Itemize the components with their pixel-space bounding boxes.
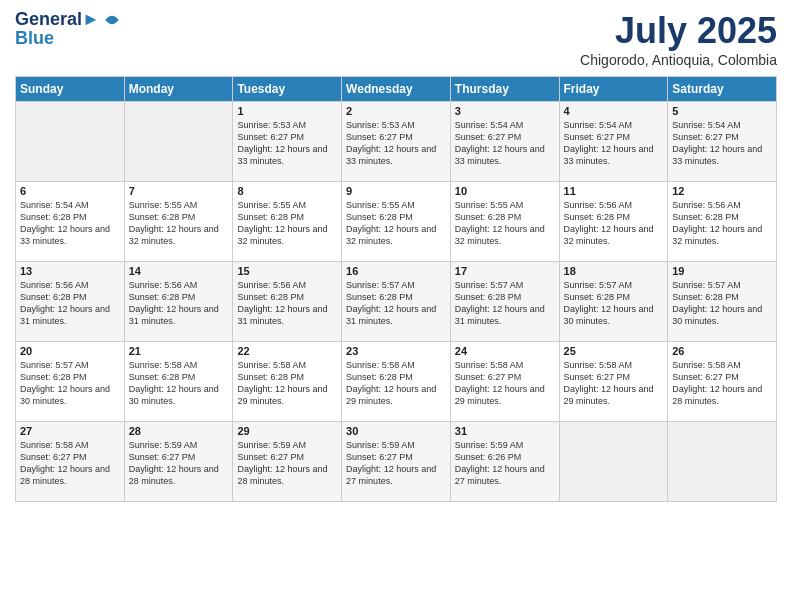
week-row-0: 1Sunrise: 5:53 AMSunset: 6:27 PMDaylight… (16, 102, 777, 182)
day-number: 9 (346, 185, 446, 197)
cell-text: Sunrise: 5:59 AMSunset: 6:27 PMDaylight:… (346, 439, 446, 488)
main-title: July 2025 (580, 10, 777, 52)
cell-text: Sunrise: 5:56 AMSunset: 6:28 PMDaylight:… (237, 279, 337, 328)
cell-text: Sunrise: 5:58 AMSunset: 6:28 PMDaylight:… (129, 359, 229, 408)
cell-2-3: 16Sunrise: 5:57 AMSunset: 6:28 PMDayligh… (342, 262, 451, 342)
cell-text: Sunrise: 5:59 AMSunset: 6:27 PMDaylight:… (237, 439, 337, 488)
logo-text: General► (15, 10, 100, 30)
cell-text: Sunrise: 5:57 AMSunset: 6:28 PMDaylight:… (564, 279, 664, 328)
cell-4-4: 31Sunrise: 5:59 AMSunset: 6:26 PMDayligh… (450, 422, 559, 502)
cell-text: Sunrise: 5:57 AMSunset: 6:28 PMDaylight:… (455, 279, 555, 328)
day-number: 21 (129, 345, 229, 357)
col-tuesday: Tuesday (233, 77, 342, 102)
cell-text: Sunrise: 5:57 AMSunset: 6:28 PMDaylight:… (346, 279, 446, 328)
week-row-4: 27Sunrise: 5:58 AMSunset: 6:27 PMDayligh… (16, 422, 777, 502)
cell-text: Sunrise: 5:55 AMSunset: 6:28 PMDaylight:… (346, 199, 446, 248)
day-number: 12 (672, 185, 772, 197)
cell-4-1: 28Sunrise: 5:59 AMSunset: 6:27 PMDayligh… (124, 422, 233, 502)
cell-0-6: 5Sunrise: 5:54 AMSunset: 6:27 PMDaylight… (668, 102, 777, 182)
day-number: 31 (455, 425, 555, 437)
cell-text: Sunrise: 5:58 AMSunset: 6:28 PMDaylight:… (346, 359, 446, 408)
cell-4-3: 30Sunrise: 5:59 AMSunset: 6:27 PMDayligh… (342, 422, 451, 502)
cell-3-4: 24Sunrise: 5:58 AMSunset: 6:27 PMDayligh… (450, 342, 559, 422)
cell-text: Sunrise: 5:58 AMSunset: 6:27 PMDaylight:… (672, 359, 772, 408)
cell-2-6: 19Sunrise: 5:57 AMSunset: 6:28 PMDayligh… (668, 262, 777, 342)
cell-4-6 (668, 422, 777, 502)
cell-text: Sunrise: 5:55 AMSunset: 6:28 PMDaylight:… (455, 199, 555, 248)
cell-1-6: 12Sunrise: 5:56 AMSunset: 6:28 PMDayligh… (668, 182, 777, 262)
day-number: 30 (346, 425, 446, 437)
day-number: 10 (455, 185, 555, 197)
header-row: Sunday Monday Tuesday Wednesday Thursday… (16, 77, 777, 102)
cell-0-1 (124, 102, 233, 182)
cell-3-1: 21Sunrise: 5:58 AMSunset: 6:28 PMDayligh… (124, 342, 233, 422)
cell-3-2: 22Sunrise: 5:58 AMSunset: 6:28 PMDayligh… (233, 342, 342, 422)
cell-4-0: 27Sunrise: 5:58 AMSunset: 6:27 PMDayligh… (16, 422, 125, 502)
cell-text: Sunrise: 5:54 AMSunset: 6:27 PMDaylight:… (672, 119, 772, 168)
cell-1-3: 9Sunrise: 5:55 AMSunset: 6:28 PMDaylight… (342, 182, 451, 262)
cell-0-4: 3Sunrise: 5:54 AMSunset: 6:27 PMDaylight… (450, 102, 559, 182)
col-thursday: Thursday (450, 77, 559, 102)
cell-text: Sunrise: 5:56 AMSunset: 6:28 PMDaylight:… (129, 279, 229, 328)
cell-text: Sunrise: 5:53 AMSunset: 6:27 PMDaylight:… (237, 119, 337, 168)
page: General► Blue July 2025 Chigorodo, Antio… (0, 0, 792, 612)
day-number: 13 (20, 265, 120, 277)
day-number: 29 (237, 425, 337, 437)
day-number: 14 (129, 265, 229, 277)
cell-2-0: 13Sunrise: 5:56 AMSunset: 6:28 PMDayligh… (16, 262, 125, 342)
cell-2-4: 17Sunrise: 5:57 AMSunset: 6:28 PMDayligh… (450, 262, 559, 342)
cell-4-5 (559, 422, 668, 502)
day-number: 7 (129, 185, 229, 197)
cell-text: Sunrise: 5:53 AMSunset: 6:27 PMDaylight:… (346, 119, 446, 168)
day-number: 8 (237, 185, 337, 197)
cell-4-2: 29Sunrise: 5:59 AMSunset: 6:27 PMDayligh… (233, 422, 342, 502)
col-sunday: Sunday (16, 77, 125, 102)
col-wednesday: Wednesday (342, 77, 451, 102)
cell-1-1: 7Sunrise: 5:55 AMSunset: 6:28 PMDaylight… (124, 182, 233, 262)
day-number: 27 (20, 425, 120, 437)
week-row-2: 13Sunrise: 5:56 AMSunset: 6:28 PMDayligh… (16, 262, 777, 342)
day-number: 11 (564, 185, 664, 197)
logo: General► Blue (15, 10, 122, 49)
cell-text: Sunrise: 5:55 AMSunset: 6:28 PMDaylight:… (129, 199, 229, 248)
logo-icon (102, 10, 122, 30)
cell-text: Sunrise: 5:56 AMSunset: 6:28 PMDaylight:… (672, 199, 772, 248)
cell-text: Sunrise: 5:55 AMSunset: 6:28 PMDaylight:… (237, 199, 337, 248)
cell-text: Sunrise: 5:56 AMSunset: 6:28 PMDaylight:… (564, 199, 664, 248)
col-saturday: Saturday (668, 77, 777, 102)
day-number: 2 (346, 105, 446, 117)
header: General► Blue July 2025 Chigorodo, Antio… (15, 10, 777, 68)
day-number: 6 (20, 185, 120, 197)
cell-2-2: 15Sunrise: 5:56 AMSunset: 6:28 PMDayligh… (233, 262, 342, 342)
calendar: Sunday Monday Tuesday Wednesday Thursday… (15, 76, 777, 502)
cell-3-6: 26Sunrise: 5:58 AMSunset: 6:27 PMDayligh… (668, 342, 777, 422)
cell-text: Sunrise: 5:59 AMSunset: 6:26 PMDaylight:… (455, 439, 555, 488)
day-number: 26 (672, 345, 772, 357)
day-number: 28 (129, 425, 229, 437)
cell-text: Sunrise: 5:58 AMSunset: 6:27 PMDaylight:… (564, 359, 664, 408)
day-number: 17 (455, 265, 555, 277)
day-number: 4 (564, 105, 664, 117)
cell-text: Sunrise: 5:59 AMSunset: 6:27 PMDaylight:… (129, 439, 229, 488)
cell-0-0 (16, 102, 125, 182)
cell-2-1: 14Sunrise: 5:56 AMSunset: 6:28 PMDayligh… (124, 262, 233, 342)
day-number: 20 (20, 345, 120, 357)
day-number: 15 (237, 265, 337, 277)
col-friday: Friday (559, 77, 668, 102)
day-number: 3 (455, 105, 555, 117)
title-block: July 2025 Chigorodo, Antioquia, Colombia (580, 10, 777, 68)
cell-2-5: 18Sunrise: 5:57 AMSunset: 6:28 PMDayligh… (559, 262, 668, 342)
week-row-3: 20Sunrise: 5:57 AMSunset: 6:28 PMDayligh… (16, 342, 777, 422)
cell-3-0: 20Sunrise: 5:57 AMSunset: 6:28 PMDayligh… (16, 342, 125, 422)
day-number: 18 (564, 265, 664, 277)
day-number: 16 (346, 265, 446, 277)
cell-text: Sunrise: 5:57 AMSunset: 6:28 PMDaylight:… (672, 279, 772, 328)
subtitle: Chigorodo, Antioquia, Colombia (580, 52, 777, 68)
logo-blue: Blue (15, 28, 122, 49)
cell-text: Sunrise: 5:58 AMSunset: 6:27 PMDaylight:… (20, 439, 120, 488)
cell-text: Sunrise: 5:56 AMSunset: 6:28 PMDaylight:… (20, 279, 120, 328)
day-number: 5 (672, 105, 772, 117)
day-number: 1 (237, 105, 337, 117)
cell-text: Sunrise: 5:54 AMSunset: 6:28 PMDaylight:… (20, 199, 120, 248)
day-number: 25 (564, 345, 664, 357)
